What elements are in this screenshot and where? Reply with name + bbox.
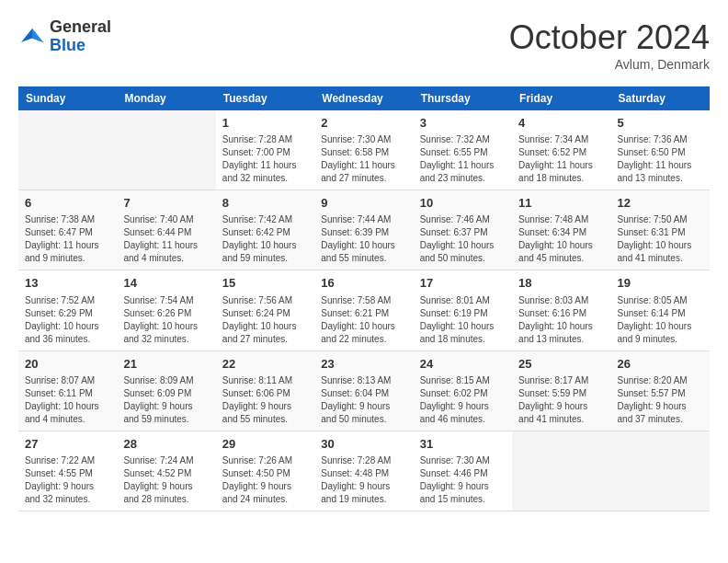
day-cell: 4Sunrise: 7:34 AM Sunset: 6:52 PM Daylig… (512, 110, 610, 190)
day-info: Sunrise: 7:36 AM Sunset: 6:50 PM Dayligh… (618, 133, 703, 185)
day-info: Sunrise: 7:22 AM Sunset: 4:55 PM Dayligh… (25, 454, 110, 506)
week-row-3: 13Sunrise: 7:52 AM Sunset: 6:29 PM Dayli… (18, 270, 710, 350)
day-number: 8 (222, 195, 308, 212)
svg-marker-1 (32, 29, 43, 42)
day-info: Sunrise: 8:05 AM Sunset: 6:14 PM Dayligh… (618, 294, 703, 346)
page-header: GeneralBlue October 2024 Avlum, Denmark (18, 18, 710, 72)
day-info: Sunrise: 8:01 AM Sunset: 6:19 PM Dayligh… (420, 294, 506, 346)
day-cell (611, 431, 710, 511)
day-info: Sunrise: 7:30 AM Sunset: 6:58 PM Dayligh… (321, 133, 406, 185)
day-number: 12 (618, 195, 703, 212)
day-info: Sunrise: 7:24 AM Sunset: 4:52 PM Dayligh… (123, 454, 209, 506)
day-cell: 16Sunrise: 7:58 AM Sunset: 6:21 PM Dayli… (314, 270, 413, 350)
day-cell: 13Sunrise: 7:52 AM Sunset: 6:29 PM Dayli… (18, 270, 117, 350)
day-cell: 25Sunrise: 8:17 AM Sunset: 5:59 PM Dayli… (512, 350, 610, 431)
week-row-5: 27Sunrise: 7:22 AM Sunset: 4:55 PM Dayli… (18, 431, 710, 511)
week-row-1: 1Sunrise: 7:28 AM Sunset: 7:00 PM Daylig… (18, 110, 710, 190)
day-cell: 31Sunrise: 7:30 AM Sunset: 4:46 PM Dayli… (414, 431, 512, 511)
day-info: Sunrise: 7:40 AM Sunset: 6:44 PM Dayligh… (123, 213, 209, 265)
day-info: Sunrise: 7:52 AM Sunset: 6:29 PM Dayligh… (25, 294, 110, 346)
weekday-header-tuesday: Tuesday (216, 86, 314, 110)
day-info: Sunrise: 7:48 AM Sunset: 6:34 PM Dayligh… (518, 213, 604, 265)
day-number: 4 (518, 115, 604, 132)
weekday-header-sunday: Sunday (18, 86, 117, 110)
day-cell: 6Sunrise: 7:38 AM Sunset: 6:47 PM Daylig… (18, 190, 117, 270)
day-info: Sunrise: 7:26 AM Sunset: 4:50 PM Dayligh… (222, 454, 308, 506)
day-cell: 23Sunrise: 8:13 AM Sunset: 6:04 PM Dayli… (314, 350, 413, 431)
day-number: 14 (123, 275, 209, 292)
day-number: 16 (321, 275, 406, 292)
day-info: Sunrise: 7:28 AM Sunset: 4:48 PM Dayligh… (321, 454, 406, 506)
weekday-header-saturday: Saturday (611, 86, 710, 110)
day-number: 7 (123, 195, 209, 212)
day-number: 25 (518, 356, 604, 373)
day-cell: 1Sunrise: 7:28 AM Sunset: 7:00 PM Daylig… (216, 110, 314, 190)
day-number: 21 (123, 356, 209, 373)
day-number: 2 (321, 115, 406, 132)
day-info: Sunrise: 7:28 AM Sunset: 7:00 PM Dayligh… (222, 133, 308, 185)
day-number: 24 (420, 356, 506, 373)
day-number: 26 (618, 356, 703, 373)
day-cell: 22Sunrise: 8:11 AM Sunset: 6:06 PM Dayli… (216, 350, 314, 431)
day-number: 22 (222, 356, 308, 373)
day-cell (117, 110, 215, 190)
weekday-header-monday: Monday (117, 86, 215, 110)
day-cell: 27Sunrise: 7:22 AM Sunset: 4:55 PM Dayli… (18, 431, 117, 511)
day-cell: 11Sunrise: 7:48 AM Sunset: 6:34 PM Dayli… (512, 190, 610, 270)
day-cell: 17Sunrise: 8:01 AM Sunset: 6:19 PM Dayli… (414, 270, 512, 350)
day-info: Sunrise: 8:11 AM Sunset: 6:06 PM Dayligh… (222, 374, 308, 426)
day-number: 5 (618, 115, 703, 132)
day-info: Sunrise: 8:03 AM Sunset: 6:16 PM Dayligh… (518, 294, 604, 346)
day-info: Sunrise: 7:58 AM Sunset: 6:21 PM Dayligh… (321, 294, 406, 346)
month-title: October 2024 (509, 18, 710, 57)
day-cell: 24Sunrise: 8:15 AM Sunset: 6:02 PM Dayli… (414, 350, 512, 431)
week-row-2: 6Sunrise: 7:38 AM Sunset: 6:47 PM Daylig… (18, 190, 710, 270)
day-number: 27 (25, 436, 110, 453)
day-number: 17 (420, 275, 506, 292)
logo: GeneralBlue (18, 18, 111, 55)
day-number: 13 (25, 275, 110, 292)
day-info: Sunrise: 7:44 AM Sunset: 6:39 PM Dayligh… (321, 213, 406, 265)
day-number: 30 (321, 436, 406, 453)
day-info: Sunrise: 7:32 AM Sunset: 6:55 PM Dayligh… (420, 133, 506, 185)
day-number: 15 (222, 275, 308, 292)
day-number: 10 (420, 195, 506, 212)
day-cell: 26Sunrise: 8:20 AM Sunset: 5:57 PM Dayli… (611, 350, 710, 431)
weekday-header-friday: Friday (512, 86, 610, 110)
day-info: Sunrise: 7:42 AM Sunset: 6:42 PM Dayligh… (222, 213, 308, 265)
day-info: Sunrise: 7:56 AM Sunset: 6:24 PM Dayligh… (222, 294, 308, 346)
day-cell: 9Sunrise: 7:44 AM Sunset: 6:39 PM Daylig… (314, 190, 413, 270)
day-info: Sunrise: 7:38 AM Sunset: 6:47 PM Dayligh… (25, 213, 110, 265)
day-info: Sunrise: 8:07 AM Sunset: 6:11 PM Dayligh… (25, 374, 110, 426)
day-info: Sunrise: 8:17 AM Sunset: 5:59 PM Dayligh… (518, 374, 604, 426)
day-cell: 7Sunrise: 7:40 AM Sunset: 6:44 PM Daylig… (117, 190, 215, 270)
day-cell (18, 110, 117, 190)
day-number: 1 (222, 115, 308, 132)
title-block: October 2024 Avlum, Denmark (509, 18, 710, 72)
day-info: Sunrise: 8:20 AM Sunset: 5:57 PM Dayligh… (618, 374, 703, 426)
day-cell: 3Sunrise: 7:32 AM Sunset: 6:55 PM Daylig… (414, 110, 512, 190)
week-row-4: 20Sunrise: 8:07 AM Sunset: 6:11 PM Dayli… (18, 350, 710, 431)
location: Avlum, Denmark (509, 57, 710, 72)
day-number: 28 (123, 436, 209, 453)
day-number: 9 (321, 195, 406, 212)
day-info: Sunrise: 8:15 AM Sunset: 6:02 PM Dayligh… (420, 374, 506, 426)
logo-icon (18, 23, 46, 51)
day-info: Sunrise: 8:09 AM Sunset: 6:09 PM Dayligh… (123, 374, 209, 426)
weekday-header-wednesday: Wednesday (314, 86, 413, 110)
day-number: 29 (222, 436, 308, 453)
day-cell: 18Sunrise: 8:03 AM Sunset: 6:16 PM Dayli… (512, 270, 610, 350)
day-info: Sunrise: 7:34 AM Sunset: 6:52 PM Dayligh… (518, 133, 604, 185)
day-cell: 14Sunrise: 7:54 AM Sunset: 6:26 PM Dayli… (117, 270, 215, 350)
day-cell: 21Sunrise: 8:09 AM Sunset: 6:09 PM Dayli… (117, 350, 215, 431)
day-number: 31 (420, 436, 506, 453)
day-cell: 10Sunrise: 7:46 AM Sunset: 6:37 PM Dayli… (414, 190, 512, 270)
day-cell: 12Sunrise: 7:50 AM Sunset: 6:31 PM Dayli… (611, 190, 710, 270)
day-number: 3 (420, 115, 506, 132)
weekday-header-thursday: Thursday (414, 86, 512, 110)
day-cell: 19Sunrise: 8:05 AM Sunset: 6:14 PM Dayli… (611, 270, 710, 350)
day-cell: 5Sunrise: 7:36 AM Sunset: 6:50 PM Daylig… (611, 110, 710, 190)
day-info: Sunrise: 7:54 AM Sunset: 6:26 PM Dayligh… (123, 294, 209, 346)
day-info: Sunrise: 7:30 AM Sunset: 4:46 PM Dayligh… (420, 454, 506, 506)
day-cell (512, 431, 610, 511)
